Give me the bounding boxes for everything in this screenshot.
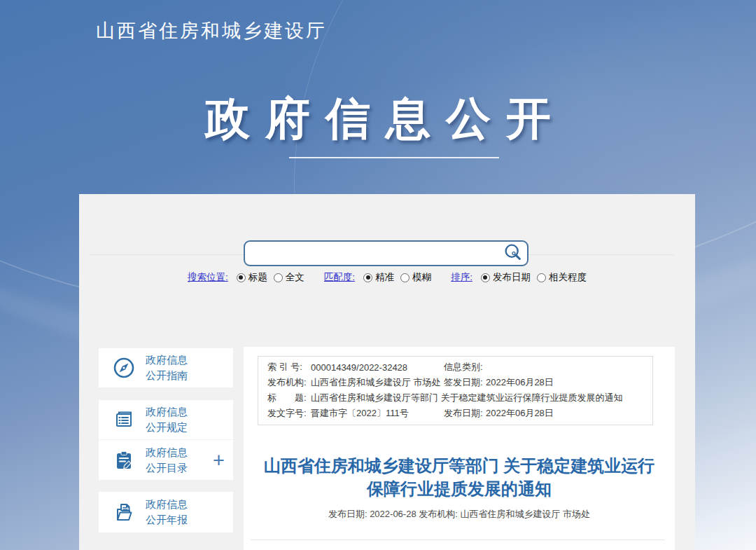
sidebar-item-label: 政府信息 公开指南 bbox=[146, 352, 188, 383]
content-card: 搜索位置: 标题 全文 匹配度: 精准 模糊 bbox=[79, 194, 695, 550]
meta-label: 标 题: bbox=[267, 392, 311, 404]
search-box bbox=[244, 240, 528, 266]
radio-option-fuzzy[interactable]: 模糊 bbox=[400, 271, 431, 284]
document-divider bbox=[251, 539, 665, 540]
radio-button-selected[interactable] bbox=[237, 273, 246, 282]
sort-group: 排序: 发布日期 相关程度 bbox=[451, 271, 587, 284]
meta-label: 发布机构: bbox=[267, 376, 311, 389]
sidebar-item-label: 政府信息 公开规定 bbox=[146, 404, 188, 435]
search-button[interactable] bbox=[498, 242, 527, 265]
match-degree-group: 匹配度: 精准 模糊 bbox=[324, 271, 431, 284]
radio-option-publish-date[interactable]: 发布日期 bbox=[481, 271, 531, 284]
sidebar-item-label: 政府信息 公开目录 bbox=[146, 445, 188, 476]
radio-label: 相关程度 bbox=[549, 271, 587, 284]
document-title-text: 山西省住房和城乡建设厅等部门 关于稳定建筑业运行保障行业提质发展的通知 bbox=[259, 454, 659, 500]
document-meta-line: 发布日期: 2022-06-28 发布机构: 山西省住房和城乡建设厅 市场处 bbox=[244, 508, 675, 521]
radio-button[interactable] bbox=[274, 273, 283, 282]
radio-label: 标题 bbox=[248, 271, 267, 284]
match-degree-label: 匹配度: bbox=[324, 271, 355, 284]
search-scope-label: 搜索位置: bbox=[188, 271, 228, 284]
meta-label: 索 引 号: bbox=[267, 361, 311, 373]
sidebar-item-disclosure-rules[interactable]: 政府信息 公开规定 bbox=[99, 400, 233, 439]
page-title: 政府信息公开 bbox=[0, 88, 756, 149]
rules-book-icon bbox=[113, 408, 136, 431]
radio-button[interactable] bbox=[400, 273, 410, 282]
meta-row-agency: 发布机构: 山西省住房和城乡建设厅 市场处 签发日期: 2022年06月28日 bbox=[258, 375, 652, 390]
compass-icon bbox=[113, 357, 136, 379]
site-title: 山西省住房和城乡建设厅 bbox=[96, 18, 327, 43]
meta-value: 晋建市字〔2022〕111号 bbox=[311, 407, 444, 420]
sidebar-item-disclosure-catalog[interactable]: 政府信息 公开目录 + bbox=[99, 440, 233, 480]
radio-option-title[interactable]: 标题 bbox=[237, 271, 267, 284]
meta-value: 山西省住房和城乡建设厅 市场处 bbox=[311, 376, 444, 389]
expand-plus-icon[interactable]: + bbox=[213, 450, 225, 470]
radio-button-selected[interactable] bbox=[363, 273, 372, 282]
meta-row-title: 标 题: 山西省住房和城乡建设厅等部门 关于稳定建筑业运行保障行业提质发展的通知 bbox=[258, 390, 652, 406]
catalog-clipboard-icon bbox=[113, 449, 136, 472]
sidebar-item-disclosure-guide[interactable]: 政府信息 公开指南 bbox=[99, 348, 233, 387]
document-title: 山西省住房和城乡建设厅等部门 关于稳定建筑业运行保障行业提质发展的通知 bbox=[244, 454, 675, 500]
document-meta-table: 索 引 号: 000014349/2022-32428 信息类别: 发布机构: … bbox=[258, 356, 653, 425]
meta-label: 信息类别: bbox=[444, 361, 486, 373]
radio-label: 模糊 bbox=[412, 271, 431, 284]
meta-value: 山西省住房和城乡建设厅等部门 关于稳定建筑业运行保障行业提质发展的通知 bbox=[311, 392, 652, 404]
meta-value: 000014349/2022-32428 bbox=[311, 362, 444, 373]
radio-option-exact[interactable]: 精准 bbox=[363, 271, 394, 284]
radio-label: 精准 bbox=[375, 271, 394, 284]
meta-label: 发布日期: bbox=[444, 407, 486, 420]
meta-label: 发文字号: bbox=[267, 407, 311, 420]
meta-row-index: 索 引 号: 000014349/2022-32428 信息类别: bbox=[258, 359, 652, 375]
document-panel: 索 引 号: 000014349/2022-32428 信息类别: 发布机构: … bbox=[244, 347, 675, 550]
meta-row-doc-number: 发文字号: 晋建市字〔2022〕111号 发布日期: 2022年06月28日 bbox=[258, 406, 652, 421]
magnifier-icon bbox=[503, 243, 522, 264]
search-input[interactable] bbox=[245, 242, 498, 265]
search-options-row: 搜索位置: 标题 全文 匹配度: 精准 模糊 bbox=[79, 271, 695, 284]
radio-label: 发布日期 bbox=[493, 271, 531, 284]
sort-label: 排序: bbox=[451, 271, 472, 284]
radio-button[interactable] bbox=[537, 273, 546, 282]
meta-value: 2022年06月28日 bbox=[486, 376, 652, 389]
sidebar-item-annual-report[interactable]: 政府信息 公开年报 bbox=[99, 492, 233, 532]
search-scope-group: 搜索位置: 标题 全文 bbox=[188, 271, 304, 284]
radio-label: 全文 bbox=[286, 271, 304, 284]
annual-report-folder-icon bbox=[113, 501, 136, 523]
sidebar-item-label: 政府信息 公开年报 bbox=[146, 497, 188, 528]
page-background: 山西省住房和城乡建设厅 政府信息公开 搜索位置: bbox=[0, 0, 756, 550]
meta-label: 签发日期: bbox=[444, 376, 486, 389]
radio-option-relevance[interactable]: 相关程度 bbox=[537, 271, 587, 284]
radio-button-selected[interactable] bbox=[481, 273, 490, 282]
radio-option-fulltext[interactable]: 全文 bbox=[274, 271, 304, 284]
banner-underline bbox=[289, 157, 499, 158]
meta-value: 2022年06月28日 bbox=[486, 407, 652, 420]
